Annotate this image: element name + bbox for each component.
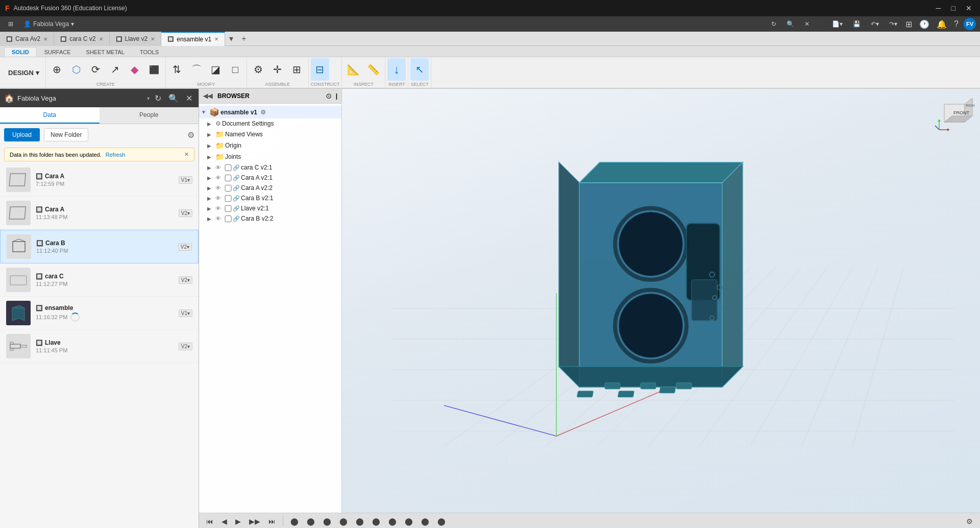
file-version[interactable]: V2▾ [179,276,192,284]
timeline-prev-button[interactable]: ◀ [218,516,230,527]
file-item-cara-c[interactable]: 🔲 cara C 11:12:27 PM V2▾ [0,263,199,297]
notifications-button[interactable]: 🔔 [935,18,949,30]
file-item-cara-a-v2[interactable]: 🔲 Cara A 11:13:48 PM V2▾ [0,197,199,230]
tab-add-button[interactable]: ▾ [225,34,237,43]
tab-close-button[interactable]: ✕ [151,36,155,42]
file-item-cara-b[interactable]: 🔲 Cara B 11:12:40 PM V2▾ [0,230,199,263]
new-component-button[interactable]: ⊕ [48,58,66,81]
component-checkbox[interactable] [225,205,232,212]
tree-named-views[interactable]: ▶ 📁 Named Views [199,129,341,140]
file-version[interactable]: V2▾ [179,209,192,217]
tab-cara-cv2[interactable]: 🔲 cara C v2 ✕ [54,32,109,46]
browser-collapse-button[interactable]: ◀◀ [203,92,212,100]
sidebar-tab-people[interactable]: People [100,107,199,124]
sidebar-tab-data[interactable]: Data [0,107,100,124]
redo-button[interactable]: ↷▾ [885,19,901,29]
insert-main-button[interactable]: ↓ [387,58,406,81]
tree-cara-a-v22[interactable]: ▶ 👁 🔗 Cara A v2:2 [199,183,341,193]
tree-cara-b-v22[interactable]: ▶ 👁 🔗 Cara B v2:2 [199,213,341,224]
refresh-button[interactable]: ↻ [767,19,780,29]
timeline-action-9[interactable]: ⬤ [418,516,432,527]
assemble-button[interactable]: ⚙ [249,58,267,81]
minimize-button[interactable]: ─ [933,3,944,13]
new-tab-button[interactable]: + [237,34,250,43]
design-dropdown[interactable]: DESIGN ▾ [2,57,46,88]
extrude-button[interactable]: ⬡ [67,58,86,81]
component-checkbox[interactable] [225,215,232,222]
file-version[interactable]: V1▾ [179,176,192,184]
view-cube[interactable]: FRONT RIGHT [934,94,975,135]
new-folder-button[interactable]: New Folder [44,128,88,141]
shell-button[interactable]: □ [226,58,244,81]
tree-cara-b-v21[interactable]: ▶ 👁 🔗 Cara B v2:1 [199,193,341,203]
tab-ensamble-v1[interactable]: 🔲 ensamble v1 ✕ [161,32,225,46]
ribbon-tab-tools[interactable]: TOOLS [132,47,166,57]
component-checkbox[interactable] [225,195,232,202]
select-main-button[interactable]: ↖ [410,58,429,81]
tree-cara-a-v21[interactable]: ▶ 👁 🔗 Cara A v2:1 [199,173,341,183]
rigid-group-button[interactable]: ⊞ [288,58,306,81]
press-pull-button[interactable]: ⇅ [168,58,186,81]
timeline-end-button[interactable]: ⏭ [265,516,279,527]
save-button[interactable]: 💾 [849,19,865,29]
timeline-action-7[interactable]: ⬤ [385,516,400,527]
component-checkbox[interactable] [225,185,232,191]
tree-cara-c-v21[interactable]: ▶ 👁 🔗 cara C v2:1 [199,162,341,173]
timeline-next-button[interactable]: ▶▶ [246,516,263,527]
timeline-action-6[interactable]: ⬤ [369,516,383,527]
visibility-icon[interactable]: 👁 [215,164,224,171]
close-panel-button[interactable]: ✕ [800,19,814,29]
new-document-button[interactable]: 📄▾ [828,19,847,29]
undo-button[interactable]: ↶▾ [867,19,883,29]
visibility-icon[interactable]: 👁 [215,185,224,191]
file-item-ensamble[interactable]: 🔲 ensamble 11:16:32 PM V1▾ [0,297,199,330]
component-checkbox[interactable] [225,164,232,171]
component-checkbox[interactable] [225,175,232,181]
close-button[interactable]: ✕ [963,3,975,13]
tab-cara-av2[interactable]: 🔲 Cara Av2 ✕ [0,32,54,46]
visibility-icon[interactable]: 👁 [215,195,224,201]
job-status-button[interactable]: 🕐 [917,18,932,30]
timeline-start-button[interactable]: ⏮ [203,516,216,527]
settings-button[interactable]: ⚙ [187,130,194,140]
refresh-banner-button[interactable]: Refresh [106,152,126,158]
search-button[interactable]: 🔍 [782,19,798,29]
canvas-area[interactable]: FRONT RIGHT [342,89,980,513]
close-sidebar-button[interactable]: ✕ [184,92,194,104]
tab-close-button[interactable]: ✕ [43,36,47,42]
search-sidebar-button[interactable]: 🔍 [166,92,181,104]
visibility-icon[interactable]: 👁 [215,205,224,211]
timeline-action-5[interactable]: ⬤ [353,516,367,527]
file-version[interactable]: V2▾ [178,243,192,251]
sweep-button[interactable]: ↗ [106,58,125,81]
timeline-action-1[interactable]: ⬤ [287,516,302,527]
extensions-button[interactable]: ⊞ [903,18,914,30]
timeline-action-10[interactable]: ⬤ [434,516,449,527]
maximize-button[interactable]: □ [948,3,959,13]
tree-document-settings[interactable]: ▶ ⚙ Document Settings [199,118,341,129]
timeline-action-3[interactable]: ⬤ [320,516,334,527]
fillet-button[interactable]: ⌒ [187,58,206,81]
tree-origin[interactable]: ▶ 📁 Origin [199,140,341,151]
file-item-llave[interactable]: 🔲 Llave 11:11:45 PM V2▾ [0,330,199,363]
more-button[interactable]: ⬛ [145,58,163,81]
tab-close-button[interactable]: ✕ [99,36,103,42]
timeline-action-2[interactable]: ⬤ [304,516,318,527]
browser-pin-button[interactable]: ⊙ [326,92,332,100]
visibility-icon[interactable]: 👁 [215,175,224,181]
timeline-action-8[interactable]: ⬤ [402,516,416,527]
file-item-cara-a-v1[interactable]: 🔲 Cara A 7:12:59 PM V1▾ [0,163,199,197]
chamfer-button[interactable]: ◪ [207,58,225,81]
upload-button[interactable]: Upload [4,128,40,141]
construct-main-button[interactable]: ⊟ [311,58,329,81]
user-avatar[interactable]: FV [964,18,976,30]
grid-button[interactable]: ⊞ [4,19,17,29]
refresh-sidebar-button[interactable]: ↻ [153,92,163,104]
tree-joints[interactable]: ▶ 📁 Joints [199,151,341,162]
visibility-icon[interactable]: 👁 [215,215,224,222]
close-banner-button[interactable]: ✕ [184,151,189,158]
tab-close-button[interactable]: ✕ [214,36,218,42]
file-version[interactable]: V1▾ [179,309,192,317]
ribbon-tab-solid[interactable]: SOLID [4,47,37,57]
tree-root[interactable]: ▼ 📦 ensamble v1 ⚙ [199,106,341,118]
